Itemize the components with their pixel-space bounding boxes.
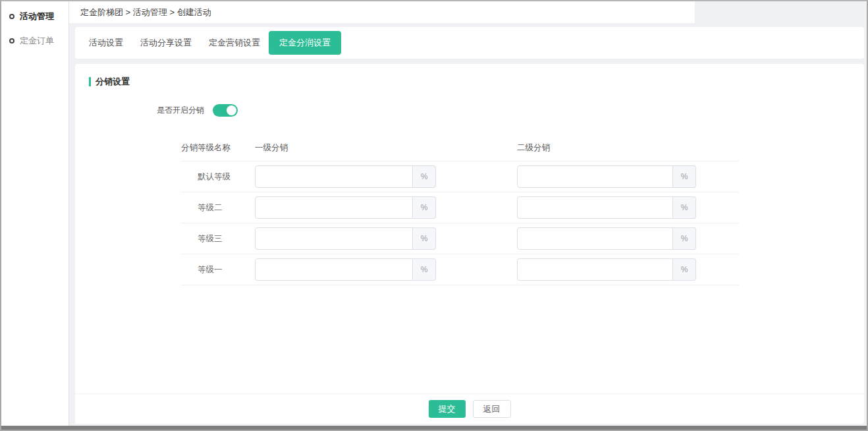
tab-deposit-profit-settings[interactable]: 定金分润设置 [269,31,341,55]
back-button[interactable]: 返回 [473,400,511,418]
level1-percent-input-group: % [255,165,436,188]
level1-percent-input[interactable] [255,165,413,188]
level1-percent-input[interactable] [255,227,413,250]
level2-percent-input-group: % [517,196,696,219]
distribution-toggle[interactable] [213,104,238,117]
breadcrumb-text: 定金阶梯团 > 活动管理 > 创建活动 [80,7,211,17]
column-header-level-name: 等级名称 [198,142,255,154]
main-area: 定金阶梯团 > 活动管理 > 创建活动 活动设置 活动分享设置 定金营销设置 定… [68,1,867,430]
window-bottom-edge [1,426,867,430]
level2-percent-input[interactable] [517,258,673,281]
table-row: 等级三 % % [181,223,739,254]
level1-percent-input[interactable] [255,258,413,281]
toggle-knob-icon [227,105,236,115]
distribution-table: 分销 等级名称 一级分销 二级分销 默认等级 % [181,135,739,285]
sidebar: 活动管理 定金订单 [1,1,68,430]
form-footer: 提交 返回 [75,393,864,424]
sidebar-item-activity-management[interactable]: 活动管理 [1,4,68,28]
tab-activity-share-settings[interactable]: 活动分享设置 [132,31,200,55]
level-name-label: 默认等级 [198,171,255,183]
table-row: 等级二 % % [181,192,739,223]
section-header: 分销设置 [89,76,864,88]
percent-addon: % [673,258,696,281]
distribution-settings-card: 分销设置 是否开启分销 分销 等级名称 一级分销 二级分销 默认等级 [75,64,864,424]
level1-percent-input-group: % [255,258,436,281]
level1-percent-input-group: % [255,227,436,250]
level2-percent-input[interactable] [517,196,673,219]
app-window: 活动管理 定金订单 定金阶梯团 > 活动管理 > 创建活动 活动设置 活动分享设… [0,0,868,431]
table-group-label: 分销 [181,142,198,154]
column-header-level1-distribution: 一级分销 [255,142,517,154]
percent-addon: % [413,196,436,219]
percent-addon: % [673,196,696,219]
level2-percent-input-group: % [517,258,696,281]
table-header-row: 分销 等级名称 一级分销 二级分销 [181,135,739,161]
percent-addon: % [413,165,436,188]
level-name-label: 等级三 [198,233,255,244]
percent-addon: % [413,258,436,281]
toggle-label: 是否开启分销 [157,105,204,116]
tab-bar: 活动设置 活动分享设置 定金营销设置 定金分润设置 [75,27,864,59]
level1-percent-input[interactable] [255,196,413,219]
table-row: 默认等级 % % [181,161,739,192]
column-header-level2-distribution: 二级分销 [517,142,739,154]
radio-circle-icon [9,14,14,19]
section-title: 分销设置 [95,76,130,88]
section-accent-bar [89,77,91,86]
sidebar-item-label: 定金订单 [20,35,54,47]
percent-addon: % [673,227,696,250]
tab-activity-settings[interactable]: 活动设置 [80,31,132,55]
sidebar-item-label: 活动管理 [20,11,54,22]
level-name-label: 等级一 [198,264,255,275]
level2-percent-input-group: % [517,227,696,250]
percent-addon: % [413,227,436,250]
breadcrumb: 定金阶梯团 > 活动管理 > 创建活动 [69,1,867,23]
level-name-label: 等级二 [198,202,255,214]
level2-percent-input[interactable] [517,165,673,188]
table-row: 等级一 % % [181,254,739,285]
radio-circle-icon [9,38,14,43]
tab-deposit-marketing-settings[interactable]: 定金营销设置 [200,31,269,55]
sidebar-item-deposit-orders[interactable]: 定金订单 [1,28,68,53]
level2-percent-input[interactable] [517,227,673,250]
level1-percent-input-group: % [255,196,436,219]
enable-distribution-row: 是否开启分销 [157,104,864,117]
percent-addon: % [673,165,696,188]
level2-percent-input-group: % [517,165,696,188]
submit-button[interactable]: 提交 [429,400,466,418]
